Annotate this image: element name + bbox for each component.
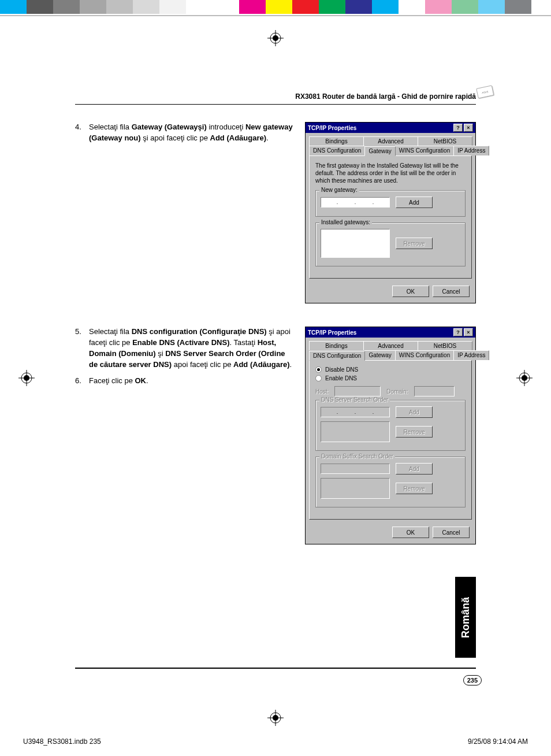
tab-netbios[interactable]: NetBIOS	[418, 136, 472, 146]
step-text: Selectaţi fila Gateway (Gatewayşi) intro…	[89, 122, 293, 144]
tab-dns-configuration[interactable]: DNS Configuration	[309, 146, 365, 155]
footer-rule	[75, 668, 476, 669]
tab-panel-dns: Disable DNS Enable DNS Host: Domain: DNS…	[309, 360, 472, 520]
tab-dns-configuration[interactable]: DNS Configuration	[309, 351, 365, 361]
domain-suffix-list[interactable]	[321, 478, 390, 499]
color-bar-swatch	[505, 0, 531, 14]
color-bar-swatch	[292, 0, 319, 14]
cancel-button[interactable]: Cancel	[433, 527, 470, 538]
new-gateway-group: New gateway: ... Add	[315, 190, 466, 217]
tab-bindings[interactable]: Bindings	[309, 341, 364, 350]
tabs-row-back: Bindings Advanced NetBIOS	[306, 338, 475, 350]
dns-server-list[interactable]	[321, 421, 390, 442]
radio-icon	[315, 375, 322, 381]
step-text: Faceţi clic pe OK.	[89, 376, 293, 387]
step-number: 4.	[75, 122, 89, 144]
color-bar-swatch	[159, 0, 186, 14]
tab-panel-gateway: The first gateway in the Installed Gatew…	[309, 155, 472, 279]
instruction-list-2: 5. Selectaţi fila DNS configuration (Con…	[75, 327, 293, 544]
registration-mark-right	[516, 370, 533, 386]
tab-netbios[interactable]: NetBIOS	[418, 341, 472, 350]
color-bar-swatch	[478, 0, 505, 14]
print-slug-right: 9/25/08 9:14:04 AM	[468, 738, 528, 746]
domain-label: Domain:	[386, 388, 408, 395]
installed-gateways-list[interactable]	[321, 229, 390, 258]
instruction-list-1: 4. Selectaţi fila Gateway (Gatewayşi) in…	[75, 122, 293, 303]
print-color-bars	[0, 0, 551, 16]
domain-suffix-search-order-label: Domain Suffix Search Order	[319, 453, 395, 459]
new-gateway-ip-input[interactable]: ...	[321, 197, 390, 207]
tabs-row-front: DNS Configuration Gateway WINS Configura…	[306, 350, 475, 360]
dialog-title: TCP/IP Properties	[308, 329, 356, 336]
tabs-row-back: Bindings Advanced NetBIOS	[306, 133, 475, 146]
dns-server-ip-input[interactable]: ...	[321, 407, 390, 417]
step-number: 5.	[75, 327, 89, 370]
tab-bindings[interactable]: Bindings	[309, 136, 364, 146]
dialog-titlebar[interactable]: TCP/IP Properties ? ×	[306, 327, 475, 338]
color-bar-swatch	[213, 0, 239, 14]
top-rule	[0, 15, 551, 16]
color-bar-swatch	[372, 0, 399, 14]
color-bar-swatch	[266, 0, 292, 14]
dns-server-search-order-label: DNS Server Search Order	[319, 396, 390, 403]
disable-dns-label: Disable DNS	[325, 366, 358, 373]
enable-dns-radio[interactable]: Enable DNS	[315, 375, 466, 381]
brand-logo: ASUS	[476, 85, 494, 99]
domain-suffix-search-order-group: Domain Suffix Search Order Add Remove	[315, 457, 466, 507]
ok-button[interactable]: OK	[392, 527, 429, 538]
installed-gateways-group: Installed gateways: Remove	[315, 223, 466, 266]
page-number: 235	[463, 675, 482, 685]
installed-gateways-label: Installed gateways:	[319, 219, 372, 225]
tcpip-properties-dialog-dns: TCP/IP Properties ? × Bindings Advanced …	[305, 327, 476, 544]
tab-wins-configuration[interactable]: WINS Configuration	[395, 350, 454, 360]
cancel-button[interactable]: Cancel	[433, 286, 470, 297]
close-button[interactable]: ×	[464, 328, 473, 336]
new-gateway-label: New gateway:	[319, 187, 359, 193]
domain-suffix-input[interactable]	[321, 464, 390, 474]
remove-gateway-button[interactable]: Remove	[396, 238, 433, 249]
step-text: Selectaţi fila DNS configuration (Config…	[89, 327, 293, 370]
help-button[interactable]: ?	[453, 328, 463, 336]
radio-icon	[315, 366, 322, 373]
add-dns-button[interactable]: Add	[396, 406, 433, 418]
tcpip-properties-dialog-gateway: TCP/IP Properties ? × Bindings Advanced …	[305, 122, 476, 303]
disable-dns-radio[interactable]: Disable DNS	[315, 366, 466, 373]
host-label: Host:	[315, 388, 329, 395]
remove-suffix-button[interactable]: Remove	[396, 483, 433, 494]
tab-gateway[interactable]: Gateway	[364, 146, 395, 156]
ok-button[interactable]: OK	[392, 286, 429, 297]
tab-gateway[interactable]: Gateway	[364, 350, 395, 360]
tab-advanced[interactable]: Advanced	[363, 341, 418, 350]
registration-mark-bottom	[267, 710, 284, 726]
color-bar-swatch	[27, 0, 53, 14]
help-button[interactable]: ?	[453, 124, 463, 132]
color-bar-swatch	[239, 0, 266, 14]
add-suffix-button[interactable]: Add	[396, 463, 433, 475]
tab-advanced[interactable]: Advanced	[363, 136, 418, 146]
color-bar-swatch	[425, 0, 452, 14]
step-number: 6.	[75, 376, 89, 387]
dialog-title: TCP/IP Properties	[308, 125, 356, 131]
tab-ip-address[interactable]: IP Address	[453, 146, 489, 155]
host-input[interactable]	[334, 386, 381, 396]
language-tab: Română	[455, 577, 476, 658]
tab-ip-address[interactable]: IP Address	[453, 350, 489, 360]
color-bar-swatch	[319, 0, 345, 14]
color-bar-swatch	[106, 0, 133, 14]
color-bar-swatch	[0, 0, 27, 14]
color-bar-swatch	[53, 0, 80, 14]
color-bar-swatch	[345, 0, 372, 14]
color-bar-swatch	[186, 0, 213, 14]
close-button[interactable]: ×	[464, 124, 473, 132]
remove-dns-button[interactable]: Remove	[396, 426, 433, 438]
dns-server-search-order-group: DNS Server Search Order ... Add Remove	[315, 400, 466, 451]
tab-wins-configuration[interactable]: WINS Configuration	[395, 146, 454, 155]
page-header-title: RX3081 Router de bandă largă - Ghid de p…	[75, 92, 476, 105]
color-bar-swatch	[80, 0, 106, 14]
color-bar-swatch	[133, 0, 159, 14]
registration-mark-top	[267, 30, 284, 46]
dialog-titlebar[interactable]: TCP/IP Properties ? ×	[306, 123, 475, 133]
add-gateway-button[interactable]: Add	[396, 197, 433, 208]
domain-input[interactable]	[414, 386, 455, 396]
tabs-row-front: DNS Configuration Gateway WINS Configura…	[306, 146, 475, 155]
